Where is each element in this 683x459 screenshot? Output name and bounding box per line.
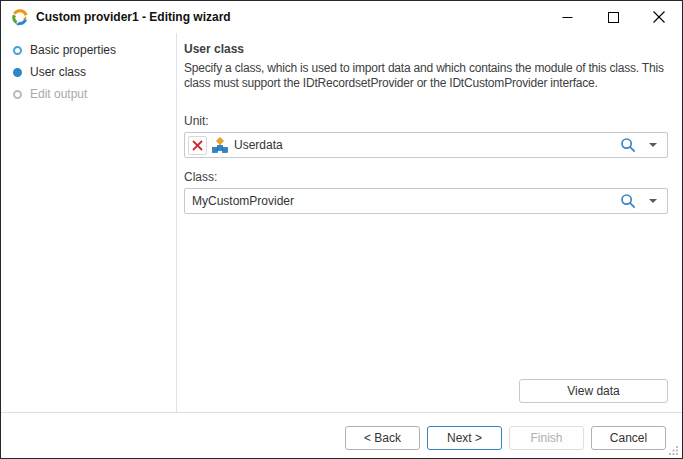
sidebar-item-user-class[interactable]: User class [1,61,176,83]
clear-unit-button[interactable] [188,136,207,155]
unit-field-label: Unit: [184,114,668,128]
resize-grip[interactable] [668,444,679,455]
step-label: User class [30,65,86,79]
class-combobox[interactable]: MyCustomProvider [184,188,668,214]
step-label: Edit output [30,87,87,101]
close-button[interactable] [636,1,682,33]
wizard-page-content: User class Specify a class, which is use… [178,33,682,412]
wizard-footer: < Back Next > Finish Cancel [1,412,682,458]
maximize-button[interactable] [590,1,636,33]
cancel-button[interactable]: Cancel [591,426,666,450]
step-bullet-icon [13,90,22,99]
app-logo-icon [11,8,29,26]
wizard-steps-sidebar: Basic properties User class Edit output [1,33,177,412]
maximize-icon [608,12,619,23]
class-search-button[interactable] [620,193,636,209]
view-data-button[interactable]: View data [519,379,668,403]
sidebar-item-basic-properties[interactable]: Basic properties [1,39,176,61]
page-description: Specify a class, which is used to import… [184,61,668,91]
back-button[interactable]: < Back [345,426,420,450]
red-x-icon [192,140,203,151]
unit-dropdown-arrow-icon[interactable] [649,143,657,147]
unit-combobox[interactable]: Userdata [184,132,668,158]
window-title: Custom provider1 - Editing wizard [36,10,231,24]
titlebar: Custom provider1 - Editing wizard [1,1,682,33]
step-label: Basic properties [30,43,116,57]
page-title: User class [184,42,668,56]
minimize-button[interactable] [544,1,590,33]
search-icon [620,137,636,153]
module-tree-icon [212,137,228,153]
window-controls [544,1,682,33]
wizard-window: Custom provider1 - Editing wizard [0,0,683,459]
class-dropdown-arrow-icon[interactable] [649,199,657,203]
class-field-label: Class: [184,170,668,184]
sidebar-item-edit-output: Edit output [1,83,176,105]
step-bullet-icon [13,68,22,77]
close-icon [653,11,665,23]
next-button[interactable]: Next > [427,426,502,450]
step-bullet-icon [13,46,22,55]
search-icon [620,193,636,209]
class-value: MyCustomProvider [188,194,620,208]
unit-search-button[interactable] [620,137,636,153]
minimize-icon [562,12,573,23]
unit-value: Userdata [234,138,620,152]
finish-button: Finish [509,426,584,450]
